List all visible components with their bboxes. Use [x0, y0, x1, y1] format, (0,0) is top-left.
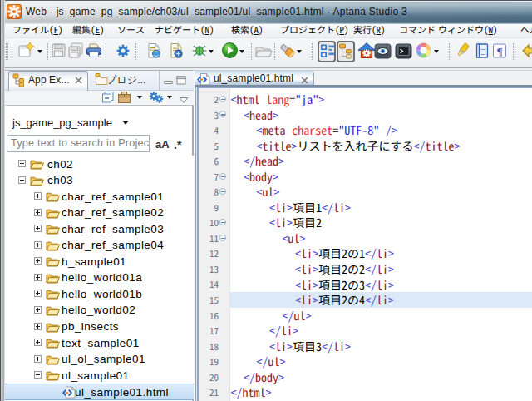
svg-text:¶: ¶	[496, 45, 502, 57]
